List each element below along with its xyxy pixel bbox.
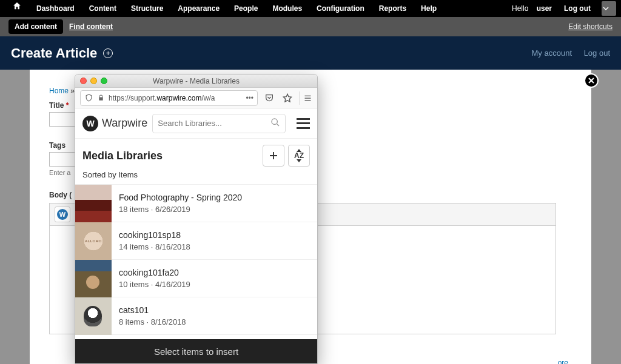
admin-toolbar: Dashboard Content Structure Appearance P…	[0, 0, 621, 17]
breadcrumb-home[interactable]: Home	[49, 87, 69, 95]
shortcut-bar: Add content Find content Edit shortcuts	[0, 17, 621, 36]
library-meta: cooking101sp18 14 items · 8/16/2018	[112, 230, 198, 251]
library-meta: cooking101fa20 10 items · 4/16/2019	[112, 268, 198, 289]
warpwire-popup-window: Warpwire - Media Libraries https://suppo…	[75, 74, 318, 364]
library-item[interactable]: cooking101fa20 10 items · 4/16/2019	[75, 260, 317, 297]
warpwire-insert-button[interactable]: W	[55, 207, 70, 222]
bookmark-star-icon[interactable]	[281, 91, 294, 105]
warpwire-header: W Warpwire	[75, 108, 317, 139]
library-subtitle: 18 items · 6/26/2019	[119, 205, 242, 214]
library-thumbnail	[75, 260, 112, 297]
url-text: https://support.warpwire.com/w/a	[109, 94, 242, 102]
menu-structure[interactable]: Structure	[124, 0, 170, 17]
library-name: cooking101sp18	[119, 230, 190, 240]
search-icon	[270, 117, 280, 130]
toolbar-expand-button[interactable]	[602, 1, 616, 16]
menu-dashboard[interactable]: Dashboard	[29, 0, 82, 17]
window-titlebar: Warpwire - Media Libraries	[75, 74, 317, 88]
library-meta: Food Photography - Spring 2020 18 items …	[112, 193, 249, 214]
add-content-button[interactable]: Add content	[8, 19, 63, 34]
library-search-input[interactable]	[158, 119, 270, 128]
library-name: cooking101fa20	[119, 268, 190, 277]
my-account-link[interactable]: My account	[532, 48, 572, 58]
menu-people[interactable]: People	[227, 0, 265, 17]
menu-help[interactable]: Help	[414, 0, 444, 17]
library-subtitle: 14 items · 8/16/2018	[119, 242, 190, 251]
more-link[interactable]: ore	[558, 359, 568, 364]
home-link[interactable]	[5, 0, 29, 17]
page-title: Create Article	[11, 45, 97, 61]
home-icon	[12, 1, 22, 11]
library-thumbnail	[75, 297, 112, 335]
admin-user-area: Hello user Log out	[512, 1, 616, 16]
window-title: Warpwire - Media Libraries	[75, 77, 317, 85]
warpwire-icon: W	[57, 209, 68, 220]
close-icon	[588, 77, 595, 84]
browser-menu-icon[interactable]	[299, 91, 312, 105]
account-links: My account Log out	[522, 48, 610, 58]
browser-url-bar: https://support.warpwire.com/w/a •••	[75, 88, 317, 108]
plus-icon	[268, 150, 279, 161]
library-search[interactable]	[152, 114, 286, 133]
sort-down-icon	[297, 159, 301, 162]
lock-icon	[96, 94, 105, 102]
libraries-heading: Media Libraries	[82, 150, 163, 162]
library-item[interactable]: cooking101sp18 14 items · 8/16/2018	[75, 222, 317, 260]
warpwire-logo-text: Warpwire	[102, 117, 147, 130]
svg-point-0	[272, 119, 277, 124]
url-more-icon[interactable]: •••	[246, 94, 253, 102]
warpwire-logo: W Warpwire	[82, 116, 147, 131]
menu-configuration[interactable]: Configuration	[309, 0, 372, 17]
menu-appearance[interactable]: Appearance	[170, 0, 227, 17]
page-banner: Create Article + My account Log out	[0, 36, 621, 70]
warpwire-logo-icon: W	[82, 116, 98, 131]
admin-menu: Dashboard Content Structure Appearance P…	[5, 0, 444, 17]
library-item[interactable]: Food Photography - Spring 2020 18 items …	[75, 185, 317, 222]
library-subtitle: 8 items · 8/16/2018	[119, 317, 186, 326]
insert-bar[interactable]: Select items to insert	[75, 339, 317, 363]
add-library-button[interactable]	[263, 145, 284, 167]
pocket-icon[interactable]	[263, 91, 276, 105]
library-thumbnail	[75, 185, 112, 222]
library-list: Food Photography - Spring 2020 18 items …	[75, 184, 317, 335]
menu-content[interactable]: Content	[82, 0, 124, 17]
hello-text: Hello user	[512, 4, 558, 13]
library-item[interactable]: cats101 8 items · 8/16/2018	[75, 297, 317, 335]
shield-icon	[84, 94, 93, 102]
add-icon[interactable]: +	[103, 48, 113, 58]
banner-logout-link[interactable]: Log out	[584, 48, 610, 58]
close-overlay-button[interactable]	[584, 73, 599, 88]
breadcrumb-sep: »	[69, 87, 75, 95]
url-field[interactable]: https://support.warpwire.com/w/a •••	[80, 90, 258, 106]
menu-reports[interactable]: Reports	[372, 0, 414, 17]
library-thumbnail	[75, 222, 112, 260]
libraries-header: Media Libraries AZ	[75, 139, 317, 170]
menu-modules[interactable]: Modules	[265, 0, 309, 17]
sort-info: Sorted by Items	[75, 170, 317, 184]
find-content-link[interactable]: Find content	[69, 22, 113, 31]
warpwire-menu-button[interactable]	[297, 118, 310, 129]
logout-link[interactable]: Log out	[558, 4, 597, 13]
library-name: cats101	[119, 305, 186, 315]
library-name: Food Photography - Spring 2020	[119, 193, 242, 202]
library-meta: cats101 8 items · 8/16/2018	[112, 305, 193, 326]
edit-shortcuts-link[interactable]: Edit shortcuts	[568, 22, 613, 31]
library-subtitle: 10 items · 4/16/2019	[119, 280, 190, 289]
chevron-down-icon	[603, 5, 609, 12]
sort-button[interactable]: AZ	[288, 145, 310, 167]
